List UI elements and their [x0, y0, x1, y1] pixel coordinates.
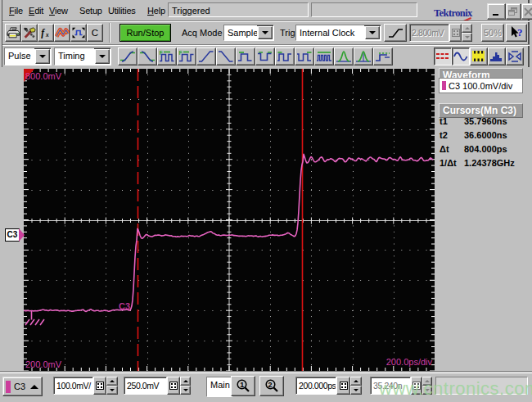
close-button[interactable] [521, 3, 532, 20]
measure-group-combo[interactable]: Timing [54, 47, 111, 65]
vector-view-button[interactable] [452, 47, 470, 65]
neg-pulse-icon [257, 50, 273, 63]
settling-step-button[interactable] [373, 47, 393, 65]
color-grade-view-button[interactable] [470, 47, 488, 65]
burst-icon [316, 50, 332, 63]
falling-slew-rate-button[interactable] [216, 47, 236, 65]
horizontal-scale-spin-buttons[interactable] [350, 377, 362, 395]
vertical-offset-spin-buttons[interactable] [180, 377, 191, 395]
timebase-name-field: Main [206, 377, 232, 397]
graticule-area: 800.0mV 200.0mV 200.0ps/div C3 [24, 69, 435, 371]
mag1-icon: 1 [236, 379, 250, 393]
spin-up-button[interactable] [180, 377, 191, 386]
bottom-separator [0, 371, 532, 372]
vertical-scale-field[interactable]: 100.0mV/ [53, 377, 93, 395]
chevron-down-icon [369, 31, 376, 34]
keypad-icon [96, 382, 104, 390]
spin-down-button[interactable] [462, 33, 472, 42]
peak-centroid-button[interactable] [354, 47, 373, 65]
spin-up-button[interactable] [106, 377, 118, 386]
mask-view-button[interactable] [506, 47, 524, 65]
oscilloscope-window: FileEditViewSetupUtilitiesHelp Triggered… [0, 0, 532, 402]
clear-data-button[interactable]: C [87, 24, 103, 42]
trig-source-combo[interactable]: Internal Clock [295, 25, 381, 41]
menu-bar: FileEditViewSetupUtilitiesHelp Triggered… [2, 2, 530, 20]
acq-mode-dropdown-button[interactable] [258, 26, 273, 39]
cursors-view-button[interactable] [434, 47, 452, 65]
falling-slew-icon [218, 50, 234, 63]
waveform-entry[interactable]: C3 100.0mV/div [439, 78, 523, 93]
burst-width-button[interactable] [314, 47, 334, 65]
readout-row: Δt804.000ps [440, 144, 523, 154]
define-math-button[interactable]: fx [38, 24, 54, 42]
restore-button[interactable] [506, 3, 521, 20]
svg-text:x: x [45, 31, 49, 38]
cursors-view-icon [435, 50, 450, 63]
mag1-button[interactable]: 1 [231, 376, 255, 396]
menu-utilities[interactable]: Utilities [108, 6, 136, 16]
channel-select-button[interactable]: C3 [2, 377, 43, 396]
trigger-slope-button[interactable] [384, 24, 407, 42]
menu-view[interactable]: View [49, 6, 68, 16]
print-button[interactable] [5, 24, 21, 42]
menu-edit[interactable]: Edit [29, 6, 43, 16]
spin-up-button[interactable] [350, 377, 362, 386]
waveform-display [24, 69, 435, 371]
rise-time-button[interactable] [118, 47, 138, 65]
fall-time-button[interactable] [138, 47, 157, 65]
negative-width-button[interactable]: F [177, 47, 196, 65]
horizontal-scale-field[interactable]: 200.000ps [295, 377, 336, 395]
positive-duty-cycle-button[interactable] [275, 47, 295, 65]
spin-down-button[interactable] [106, 386, 118, 395]
run-stop-button[interactable]: Run/Stop [119, 24, 171, 42]
pos-duty-icon [277, 50, 293, 63]
peak-button[interactable] [334, 47, 354, 65]
menu-file[interactable]: File [9, 6, 23, 16]
trace-label: C3 [119, 301, 130, 311]
top-scale-label: 800.0mV [25, 71, 61, 81]
horizontal-scale-keypad-button[interactable] [336, 377, 350, 395]
waveform-database-button[interactable] [54, 24, 70, 42]
autoset-button[interactable] [70, 24, 87, 42]
vertical-offset-keypad-button[interactable] [167, 377, 180, 395]
letter-c-icon: C [88, 27, 102, 38]
toolbar-separator [109, 23, 110, 43]
rising-slew-rate-button[interactable] [196, 47, 216, 65]
minimize-button[interactable] [487, 3, 506, 20]
readout-value: 1.24378GHz [464, 158, 515, 168]
set-to-50-button[interactable]: 50% [481, 24, 504, 42]
negative-duty-cycle-button[interactable] [295, 47, 314, 65]
acq-mode-combo[interactable]: Sample [223, 25, 274, 41]
settle-icon [375, 50, 391, 63]
vertical-scale-spin-buttons[interactable] [106, 377, 118, 395]
tools-button[interactable] [21, 24, 38, 42]
trigger-level-keypad-button[interactable] [449, 24, 462, 42]
mag2-button[interactable]: 2 [259, 376, 284, 396]
positive-width-button[interactable]: F [157, 47, 177, 65]
print-icon [6, 27, 20, 38]
measure-group-dropdown-button[interactable] [95, 49, 110, 64]
menu-help[interactable]: Help [147, 6, 165, 16]
measure-group-value: Timing [55, 48, 94, 65]
keypad-icon [169, 382, 178, 390]
spin-down-button[interactable] [180, 386, 191, 395]
spin-down-icon [110, 389, 115, 391]
pos-pulse-icon [237, 50, 254, 63]
trigger-level-field[interactable]: 2.800mV [409, 24, 449, 42]
histogram-view-button[interactable] [488, 47, 506, 65]
menu-setup[interactable]: Setup [79, 6, 102, 16]
acq-mode-label: Acq Mode [182, 28, 223, 38]
measure-category-combo[interactable]: Pulse [4, 47, 52, 65]
spin-down-button[interactable] [350, 386, 362, 395]
spin-up-button[interactable] [462, 24, 472, 33]
context-help-button[interactable]: ? [506, 24, 527, 42]
svg-text:?: ? [517, 26, 523, 38]
positive-pulse-button[interactable] [236, 47, 255, 65]
trig-dropdown-button[interactable] [365, 26, 380, 39]
measure-category-dropdown-button[interactable] [35, 49, 50, 64]
vertical-offset-field[interactable]: 250.0mV [124, 377, 167, 395]
trigger-level-spin-buttons[interactable] [462, 24, 472, 42]
channel-marker[interactable]: C3 [5, 228, 24, 241]
negative-pulse-button[interactable] [255, 47, 275, 65]
vertical-scale-keypad-button[interactable] [93, 377, 106, 395]
